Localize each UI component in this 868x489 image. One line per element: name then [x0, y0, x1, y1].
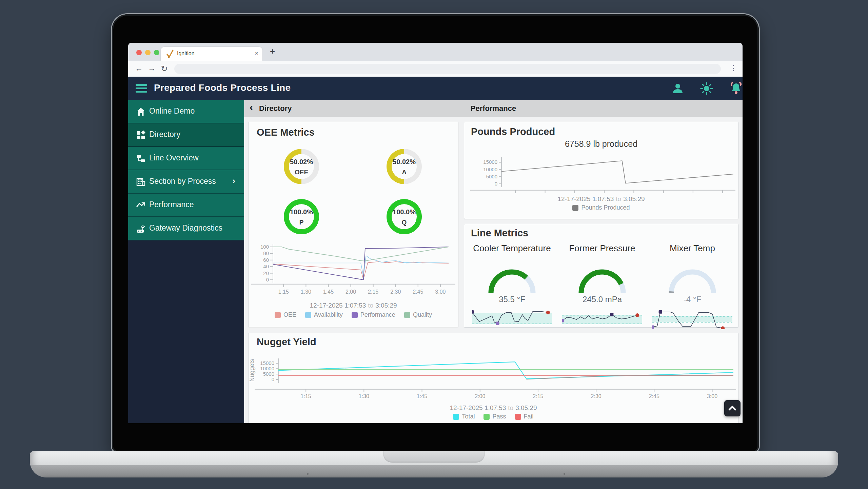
browser-menu-icon[interactable]: ⋮ — [730, 64, 737, 73]
marker-dot-red — [546, 311, 550, 314]
oee-date-range: 12-17-2025 1:07:53to3:05:29 — [249, 302, 458, 309]
svg-text:5000: 5000 — [486, 174, 497, 179]
forward-icon[interactable]: → — [148, 64, 156, 73]
svg-text:3:00: 3:00 — [435, 289, 446, 295]
reload-icon[interactable]: ↻ — [161, 64, 168, 74]
donut-value: 50.02% — [284, 158, 319, 166]
marker-square — [496, 321, 499, 325]
sections-icon — [136, 177, 145, 187]
range-date: 12-17-2025 — [557, 195, 590, 202]
svg-text:2:45: 2:45 — [413, 289, 423, 295]
marker-square — [610, 313, 613, 316]
nugget-panel-title: Nugget Yield — [257, 336, 316, 348]
sidebar-item-directory[interactable]: Directory — [128, 123, 244, 147]
svg-text:0: 0 — [272, 376, 274, 382]
sidebar-item-section-by-process[interactable]: Section by Process› — [128, 170, 244, 194]
legend-swatch — [484, 414, 490, 420]
range-date: 12-17-2025 — [310, 302, 342, 309]
legend-label: Total — [462, 413, 475, 420]
svg-text:2:30: 2:30 — [390, 289, 401, 295]
donut-label: Q — [387, 219, 422, 226]
legend-swatch — [275, 312, 281, 318]
laptop-notch — [383, 451, 485, 463]
sparkline-former — [562, 308, 642, 329]
svg-text:1:30: 1:30 — [359, 393, 369, 399]
svg-text:2:00: 2:00 — [346, 289, 356, 295]
legend-label: OEE — [283, 311, 296, 318]
sidebar-nav: Online DemoDirectoryLine OverviewSection… — [128, 100, 244, 423]
legend-label: Performance — [360, 311, 395, 318]
range-end: 3:05:29 — [515, 404, 537, 411]
gauge-title: Cooler Temperature — [461, 243, 563, 254]
new-tab-button[interactable]: + — [270, 46, 275, 57]
legend-label: Fail — [524, 413, 534, 420]
legend-swatch — [572, 205, 578, 211]
donut-value: 50.02% — [387, 158, 422, 166]
directory-icon — [136, 131, 145, 140]
traffic-light-minimize[interactable] — [145, 50, 151, 55]
hamburger-menu-icon[interactable] — [136, 84, 147, 93]
svg-text:0: 0 — [266, 277, 269, 282]
legend-swatch — [352, 312, 358, 318]
sidebar-item-performance[interactable]: Performance — [128, 194, 244, 217]
legend-label: Availability — [314, 311, 343, 318]
line-overview-icon — [136, 154, 145, 163]
range-end: 3:05:29 — [375, 302, 397, 309]
oee-metrics-panel: OEE Metrics 50.02%OEE50.02%A100.0%P100.0… — [248, 122, 458, 327]
svg-text:1:15: 1:15 — [278, 289, 289, 295]
browser-window: Ignition × + ← → ↻ ⋮ Prepared Foods Proc… — [128, 43, 743, 423]
ignition-favicon-icon — [166, 50, 174, 58]
close-tab-icon[interactable]: × — [255, 50, 258, 57]
legend-item-oee: OEE — [275, 311, 296, 318]
url-input[interactable] — [174, 64, 721, 74]
svg-text:1:15: 1:15 — [301, 393, 311, 399]
alarm-bell-icon[interactable] — [730, 82, 743, 95]
sidebar-item-label: Line Overview — [149, 153, 199, 162]
range-separator: to — [614, 195, 623, 202]
gauge-former-pressure: Former Pressure245.0 mPa — [561, 243, 643, 325]
gauge-title: Mixer Temp — [642, 243, 743, 254]
oee-legend: OEEAvailabilityPerformanceQuality — [249, 311, 458, 318]
sidebar-item-gateway-diagnostics[interactable]: Gateway Diagnostics — [128, 217, 244, 240]
series-total — [278, 362, 733, 379]
nugget-yield-chart: 0500010000150001:151:301:452:002:152:302… — [249, 350, 739, 403]
chevron-right-icon: › — [232, 176, 235, 186]
donut-gauge-a: 50.02%A — [387, 149, 422, 184]
traffic-light-zoom[interactable] — [154, 50, 159, 55]
scroll-to-top-button[interactable] — [724, 400, 741, 416]
svg-text:10000: 10000 — [260, 366, 274, 371]
legend-item-pass: Pass — [484, 413, 506, 420]
chevron-up-icon — [724, 400, 741, 416]
legend-item-availability: Availability — [305, 311, 343, 318]
pounds-chart: 050001000015000 — [464, 156, 739, 194]
back-icon[interactable]: ← — [135, 64, 143, 73]
laptop-base — [30, 451, 838, 477]
svg-text:0: 0 — [495, 181, 497, 187]
svg-text:2:00: 2:00 — [475, 393, 485, 399]
marker-square — [659, 310, 662, 314]
sidebar-item-line-overview[interactable]: Line Overview — [128, 147, 244, 170]
user-icon[interactable] — [671, 82, 684, 95]
svg-text:3:00: 3:00 — [707, 393, 717, 399]
browser-tab-strip: Ignition × + — [128, 43, 743, 61]
svg-text:2:15: 2:15 — [533, 393, 543, 399]
range-separator: to — [506, 404, 515, 411]
sparkline-mixer — [652, 308, 732, 329]
range-end: 3:05:29 — [623, 195, 645, 202]
sidebar-item-online-demo[interactable]: Online Demo — [128, 100, 244, 123]
marker-square — [472, 310, 474, 314]
line-metrics-title: Line Metrics — [471, 228, 528, 239]
range-start: 1:07:53 — [592, 195, 614, 202]
traffic-light-close[interactable] — [136, 50, 142, 55]
donut-value: 100.0% — [284, 208, 319, 216]
svg-text:Nuggets: Nuggets — [249, 359, 255, 382]
gauge-title: Former Pressure — [551, 243, 653, 254]
app-header: Prepared Foods Process Line — [128, 77, 743, 100]
legend-label: Pass — [492, 413, 506, 420]
app-title: Prepared Foods Process Line — [154, 82, 291, 93]
svg-text:40: 40 — [263, 263, 269, 269]
page-title: Performance — [244, 104, 743, 113]
theme-sun-icon[interactable] — [700, 82, 713, 95]
browser-tab[interactable]: Ignition × — [161, 47, 262, 61]
pounds-panel-title: Pounds Produced — [471, 126, 555, 137]
